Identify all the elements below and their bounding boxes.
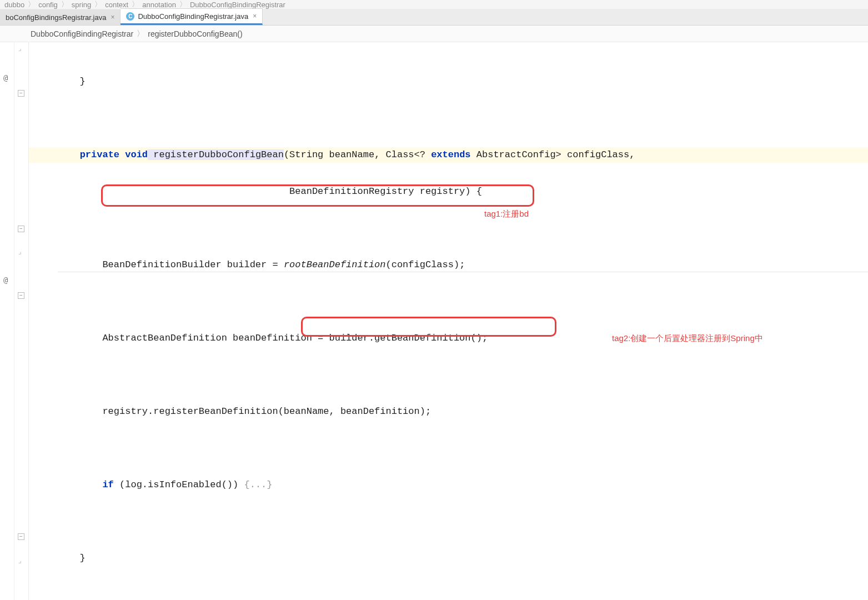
crumb-method[interactable]: registerDubboConfigBean() xyxy=(148,29,242,38)
crumb-item[interactable]: annotation xyxy=(142,1,176,9)
code-line[interactable] xyxy=(29,367,868,383)
close-icon[interactable]: × xyxy=(253,12,257,20)
code-line[interactable]: if (log.isInfoEnabled()) {...} xyxy=(29,477,868,493)
crumb-sep: 〉 xyxy=(61,0,68,9)
crumb-item[interactable]: DubboConfigBindingRegistrar xyxy=(190,1,285,9)
code-line[interactable] xyxy=(29,514,868,529)
code-editor[interactable]: } private void registerDubboConfigBean(S… xyxy=(29,42,868,600)
crumb-item[interactable]: dubbo xyxy=(4,1,24,9)
fold-toggle-icon[interactable]: − xyxy=(18,90,24,97)
close-icon[interactable]: × xyxy=(111,13,114,21)
fold-toggle-icon[interactable]: − xyxy=(18,292,24,299)
annotation-text-2: tag2:创建一个后置处理器注册到Spring中 xyxy=(612,333,763,344)
tab-file-2[interactable]: C DubboConfigBindingRegistrar.java × xyxy=(121,8,263,25)
crumb-item[interactable]: context xyxy=(105,1,128,9)
fold-end-icon[interactable]: ⌟ xyxy=(18,248,22,256)
code-line[interactable] xyxy=(29,111,868,126)
marker-column: @ @ xyxy=(0,42,14,600)
fold-end-icon[interactable]: ⌟ xyxy=(18,44,22,52)
fold-end-icon[interactable]: ⌟ xyxy=(18,557,22,564)
crumb-sep: 〉 xyxy=(179,0,187,9)
code-line[interactable]: BeanDefinitionBuilder builder = rootBean… xyxy=(29,257,868,273)
tab-label: boConfigBindingsRegistrar.java xyxy=(6,13,106,22)
override-marker-icon[interactable]: @ xyxy=(3,276,8,284)
crumb-sep: 〉 xyxy=(137,29,144,39)
editor-area[interactable]: @ @ ⌟ − − ⌟ − − ⌟ } private void registe… xyxy=(0,42,868,600)
fold-toggle-icon[interactable]: − xyxy=(18,226,24,232)
tab-file-1[interactable]: boConfigBindingsRegistrar.java × xyxy=(0,9,121,25)
code-line[interactable]: private void registerDubboConfigBean(Str… xyxy=(29,147,868,163)
crumb-sep: 〉 xyxy=(94,0,102,9)
method-separator xyxy=(58,272,868,272)
code-line[interactable] xyxy=(29,441,868,456)
crumb-class[interactable]: DubboConfigBindingRegistrar xyxy=(31,29,133,38)
code-line[interactable] xyxy=(29,294,868,309)
crumb-item[interactable]: config xyxy=(38,1,58,9)
tab-label: DubboConfigBindingRegistrar.java xyxy=(138,12,248,21)
code-line[interactable]: } xyxy=(29,74,868,89)
code-line[interactable]: registry.registerBeanDefinition(beanName… xyxy=(29,404,868,419)
override-marker-icon[interactable]: @ xyxy=(3,73,8,82)
top-breadcrumb: dubbo〉 config〉 spring〉 context〉 annotati… xyxy=(0,0,868,9)
class-file-icon: C xyxy=(126,12,134,21)
code-line[interactable] xyxy=(29,221,868,236)
crumb-sep: 〉 xyxy=(28,0,35,9)
code-line[interactable]: } xyxy=(29,551,868,566)
crumb-sep: 〉 xyxy=(132,0,139,9)
code-line[interactable] xyxy=(29,587,868,600)
fold-gutter: ⌟ − − ⌟ − − ⌟ xyxy=(14,42,29,600)
editor-tab-bar: boConfigBindingsRegistrar.java × C Dubbo… xyxy=(0,9,868,26)
annotation-text-1: tag1:注册bd xyxy=(484,209,529,219)
code-line[interactable]: BeanDefinitionRegistry registry) { xyxy=(29,184,868,199)
fold-toggle-icon[interactable]: − xyxy=(18,533,24,540)
crumb-item[interactable]: spring xyxy=(72,1,91,9)
structure-breadcrumb: DubboConfigBindingRegistrar 〉 registerDu… xyxy=(0,26,868,42)
